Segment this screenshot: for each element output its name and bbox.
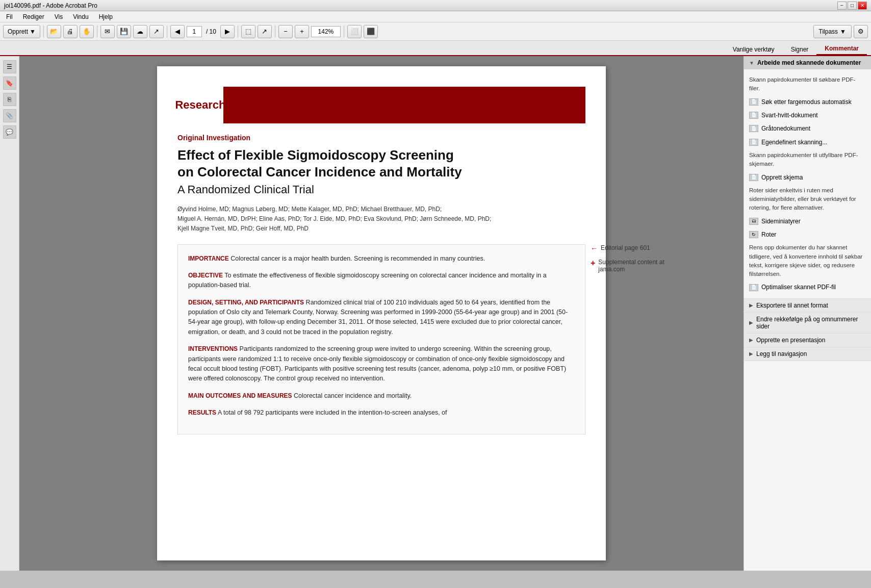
rotate-icon: ↻ bbox=[749, 231, 758, 238]
main-layout: ☰ 🔖 ⎘ 📎 💬 Research Original Investigatio… bbox=[0, 56, 871, 571]
prev-page-button[interactable]: ◀ bbox=[170, 25, 185, 38]
scan-section-header[interactable]: ▼ Arbeide med skannede dokumenter bbox=[744, 56, 871, 69]
editorial-link[interactable]: ← Editorial page 601 bbox=[591, 244, 687, 252]
design-label: DESIGN, SETTING, AND PARTICIPANTS bbox=[188, 299, 304, 306]
scan-item-gray[interactable]: 📄 Gråtonedokument bbox=[749, 122, 866, 135]
optimize-item[interactable]: 📄 Optimaliser skannet PDF-fil bbox=[749, 280, 866, 294]
optimize-label: Optimaliser skannet PDF-fil bbox=[761, 282, 836, 292]
outcomes-label: MAIN OUTCOMES AND MEASURES bbox=[188, 392, 292, 399]
zoom-in-button[interactable]: + bbox=[295, 25, 309, 38]
menu-hjelp[interactable]: Hjelp bbox=[95, 12, 117, 21]
fit-width-button[interactable]: ⬛ bbox=[364, 25, 378, 38]
pdf-main-content: Original Investigation Effect of Flexibl… bbox=[157, 123, 606, 455]
supplemental-link-text: Supplemental content at jama.com bbox=[598, 259, 687, 273]
hand-tool-button[interactable]: ✋ bbox=[80, 25, 94, 38]
rotate-label: Roter bbox=[761, 229, 776, 240]
comments-icon[interactable]: 💬 bbox=[3, 125, 16, 139]
right-section-scan: ▼ Arbeide med skannede dokumenter Skann … bbox=[744, 56, 871, 299]
navigation-section-title: Legg til navigasjon bbox=[756, 350, 807, 357]
right-section-presentation[interactable]: ▶ Opprette en presentasjon bbox=[744, 334, 871, 347]
scan-intro-text: Skann papirdokumenter til søkbare PDF-fi… bbox=[749, 73, 866, 95]
tilpass-label: Tilpass bbox=[819, 28, 838, 35]
header-red-section bbox=[223, 87, 585, 123]
scan-custom-label: Egendefinert skanning... bbox=[761, 137, 827, 147]
minimize-button[interactable]: − bbox=[837, 2, 847, 10]
tilpass-button[interactable]: Tilpass ▼ bbox=[813, 25, 852, 38]
cloud-button[interactable]: ☁ bbox=[133, 25, 147, 38]
fit-page-button[interactable]: ⬜ bbox=[347, 25, 362, 38]
supplemental-link[interactable]: + Supplemental content at jama.com bbox=[591, 259, 687, 273]
settings-button[interactable]: ⚙ bbox=[854, 25, 868, 38]
pages-panel-icon[interactable]: ☰ bbox=[3, 60, 16, 73]
scan-item-auto[interactable]: 📄 Søk etter fargemodus automatisk bbox=[749, 95, 866, 109]
scan-auto-label: Søk etter fargemodus automatisk bbox=[761, 97, 852, 107]
opprett-dropdown-icon: ▼ bbox=[30, 28, 36, 35]
pdf-viewer[interactable]: Research Original Investigation Effect o… bbox=[19, 56, 744, 571]
current-page-box[interactable]: 1 bbox=[187, 26, 202, 37]
form-icon: 📄 bbox=[749, 174, 758, 181]
menu-vindu[interactable]: Vindu bbox=[69, 12, 92, 21]
attachments-icon[interactable]: 📎 bbox=[3, 109, 16, 122]
abstract-box: IMPORTANCE Colorectal cancer is a major … bbox=[177, 244, 585, 435]
right-section-navigation[interactable]: ▶ Legg til navigasjon bbox=[744, 347, 871, 361]
order-section-title: Endre rekkefølge på og omnummerer sider bbox=[756, 316, 866, 330]
scan-item-bw[interactable]: 📄 Svart-hvitt-dokument bbox=[749, 109, 866, 122]
presentation-expand-icon: ▶ bbox=[749, 337, 753, 343]
form-text: Skann papirdokumenter til utfyllbare PDF… bbox=[749, 149, 866, 171]
presentation-section-title: Opprette en presentasjon bbox=[756, 337, 825, 344]
scan-auto-icon: 📄 bbox=[749, 98, 758, 106]
menu-vis[interactable]: Vis bbox=[50, 12, 67, 21]
article-subtitle: A Randomized Clinical Trial bbox=[177, 183, 585, 196]
menu-bar: Fil Rediger Vis Vindu Hjelp bbox=[0, 11, 871, 22]
clean-text: Rens opp dokumenter du har skannet tidli… bbox=[749, 241, 866, 280]
bookmarks-icon[interactable]: 🔖 bbox=[3, 76, 16, 90]
results-section: RESULTS A total of 98 792 participants w… bbox=[188, 408, 575, 418]
export-section-title: Eksportere til annet format bbox=[756, 302, 828, 309]
save-button[interactable]: 💾 bbox=[117, 25, 131, 38]
zoom-out-button[interactable]: − bbox=[278, 25, 293, 38]
cursor-button[interactable]: ↗ bbox=[258, 25, 272, 38]
interventions-text: Participants randomized to the screening… bbox=[188, 345, 566, 382]
layers-icon[interactable]: ⎘ bbox=[3, 93, 16, 106]
pdf-header-bar: Research bbox=[177, 87, 585, 123]
select-tool-button[interactable]: ⬚ bbox=[241, 25, 255, 38]
zoom-level-box[interactable]: 142% bbox=[311, 26, 341, 37]
scan-item-custom[interactable]: 📄 Egendefinert skanning... bbox=[749, 136, 866, 149]
opprett-button[interactable]: Opprett ▼ bbox=[3, 25, 40, 38]
tab-kommentar[interactable]: Kommentar bbox=[816, 43, 867, 55]
optimize-icon: 📄 bbox=[749, 284, 758, 291]
open-button[interactable]: 📂 bbox=[47, 25, 61, 38]
objective-section: OBJECTIVE To estimate the effectiveness … bbox=[188, 271, 575, 291]
menu-rediger[interactable]: Rediger bbox=[19, 12, 48, 21]
navigation-expand-icon: ▶ bbox=[749, 351, 753, 356]
tab-bar: Vanlige verktøy Signer Kommentar bbox=[0, 41, 871, 56]
interventions-label: INTERVENTIONS bbox=[188, 345, 238, 352]
rotate-item-rotate[interactable]: ↻ Roter bbox=[749, 228, 866, 241]
print-button[interactable]: 🖨 bbox=[63, 25, 78, 38]
right-section-export[interactable]: ▶ Eksportere til annet format bbox=[744, 299, 871, 313]
toolbar-sep-2 bbox=[97, 25, 97, 38]
toolbar-sep-6 bbox=[344, 25, 344, 38]
results-label: RESULTS bbox=[188, 409, 216, 416]
editorial-link-icon: ← bbox=[591, 244, 598, 252]
importance-text: Colorectal cancer is a major health burd… bbox=[230, 255, 485, 262]
pdf-sidebar-links: ← Editorial page 601 + Supplemental cont… bbox=[591, 244, 687, 279]
right-section-order[interactable]: ▶ Endre rekkefølge på og omnummerer side… bbox=[744, 313, 871, 334]
tab-vanlige[interactable]: Vanlige verktøy bbox=[725, 44, 783, 55]
maximize-button[interactable]: □ bbox=[848, 2, 857, 10]
rotate-item-thumbnails[interactable]: 🗂 Sideminiatyrer bbox=[749, 215, 866, 228]
close-button[interactable]: ✕ bbox=[858, 2, 867, 10]
next-page-button[interactable]: ▶ bbox=[220, 25, 235, 38]
share-button[interactable]: ↗ bbox=[149, 25, 164, 38]
authors-text: Øyvind Holme, MD; Magnus Løberg, MD; Met… bbox=[177, 204, 585, 234]
editorial-link-text: Editorial page 601 bbox=[601, 244, 650, 251]
article-title: Effect of Flexible Sigmoidoscopy Screeni… bbox=[177, 147, 585, 180]
original-investigation-label: Original Investigation bbox=[177, 134, 585, 142]
objective-label: OBJECTIVE bbox=[188, 272, 223, 279]
form-item[interactable]: 📄 Opprett skjema bbox=[749, 171, 866, 184]
menu-fil[interactable]: Fil bbox=[2, 12, 17, 21]
scan-collapse-icon: ▼ bbox=[749, 60, 754, 66]
email-button[interactable]: ✉ bbox=[100, 25, 115, 38]
tab-signer[interactable]: Signer bbox=[783, 44, 817, 55]
design-section: DESIGN, SETTING, AND PARTICIPANTS Random… bbox=[188, 298, 575, 338]
